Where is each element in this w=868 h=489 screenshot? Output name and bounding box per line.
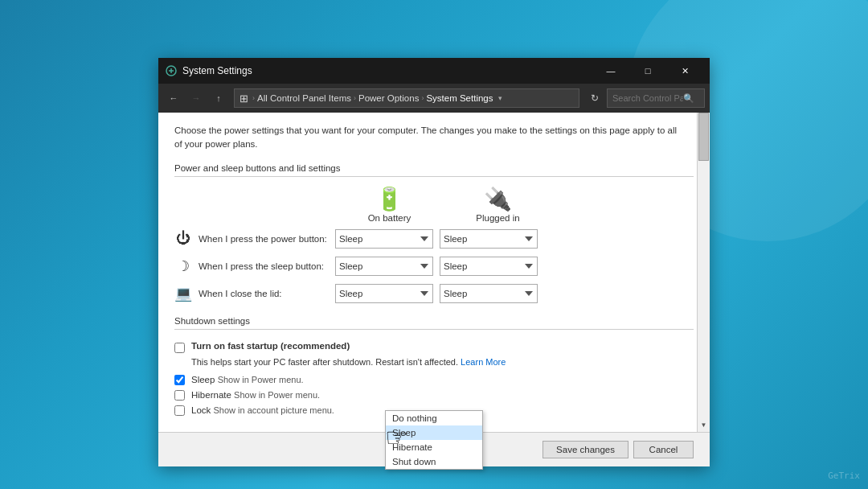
sleep-icon: ☽ — [174, 257, 192, 275]
hibernate-option-row: Hibernate Show in Power menu. — [174, 390, 694, 401]
save-changes-button[interactable]: Save changes — [542, 441, 628, 458]
forward-button[interactable]: → — [186, 88, 207, 109]
power-button-text: When I press the power button: — [199, 234, 327, 244]
fast-startup-desc: This helps start your PC faster after sh… — [191, 356, 694, 368]
minimize-button[interactable]: — — [592, 58, 629, 84]
power-button-row: ⏻ When I press the power button: Do noth… — [174, 229, 694, 249]
breadcrumb-dropdown-button[interactable]: ▾ — [496, 94, 505, 102]
shutdown-section: Shutdown settings Turn on fast startup (… — [174, 316, 694, 416]
sleep-option-checkbox[interactable] — [174, 375, 185, 385]
on-battery-column-header: 🔋 On battery — [335, 188, 444, 223]
content-area: Choose the power settings that you want … — [158, 113, 710, 432]
dropdown-item-2[interactable]: Hibernate — [386, 440, 482, 454]
learn-more-link[interactable]: Learn More — [461, 357, 506, 367]
sleep-option-row: Sleep Show in Power menu. — [174, 375, 694, 385]
refresh-button[interactable]: ↻ — [584, 88, 605, 109]
breadcrumb-item-0[interactable]: All Control Panel Items — [257, 93, 351, 103]
search-input[interactable] — [612, 93, 683, 103]
breadcrumb-arrow-2: › — [421, 94, 424, 102]
sleep-button-text: When I press the sleep button: — [199, 261, 324, 271]
lock-option-checkbox[interactable] — [174, 405, 185, 416]
hibernate-option-checkbox[interactable] — [174, 390, 185, 401]
power-button-dropdowns: Do nothing Sleep Hibernate Shut down Do … — [335, 229, 538, 249]
cancel-button[interactable]: Cancel — [633, 441, 694, 458]
titlebar-buttons: — □ ✕ — [592, 58, 703, 84]
dropdown-item-3[interactable]: Shut down — [386, 454, 482, 469]
power-icon: ⏻ — [174, 230, 192, 247]
scrollbar-thumb[interactable] — [698, 113, 709, 161]
addressbar: ← → ↑ ⊞ › All Control Panel Items › Powe… — [158, 84, 710, 113]
on-battery-label: On battery — [368, 213, 411, 223]
plugged-in-column-header: 🔌 Plugged in — [444, 188, 552, 223]
window-title: System Settings — [182, 65, 592, 76]
plugged-in-label: Plugged in — [476, 213, 519, 223]
breadcrumb-item-1[interactable]: Power Options — [358, 93, 419, 103]
dropdown-item-0[interactable]: Do nothing — [386, 411, 482, 425]
power-button-on-battery-select[interactable]: Do nothing Sleep Hibernate Shut down — [335, 229, 433, 249]
search-icon: 🔍 — [683, 93, 694, 104]
lid-icon: 💻 — [174, 285, 192, 302]
sleep-button-plugged-in-select[interactable]: Do nothing Sleep Hibernate Shut down — [440, 257, 538, 276]
system-settings-window: System Settings — □ ✕ ← → ↑ ⊞ › All Cont… — [158, 58, 710, 466]
power-button-plugged-in-select[interactable]: Do nothing Sleep Hibernate Shut down — [440, 229, 538, 249]
close-lid-label: 💻 When I close the lid: — [174, 285, 335, 302]
breadcrumb-root-icon: ⊞ — [240, 92, 248, 105]
sleep-button-on-battery-select[interactable]: Do nothing Sleep Hibernate Shut down — [335, 257, 433, 276]
close-lid-on-battery-select[interactable]: Do nothing Sleep Hibernate Shut down — [335, 284, 433, 303]
maximize-button[interactable]: □ — [629, 58, 666, 84]
hibernate-option-label: Hibernate Show in Power menu. — [191, 390, 320, 400]
content-description: Choose the power settings that you want … — [174, 124, 694, 152]
sleep-button-row: ☽ When I press the sleep button: Do noth… — [174, 257, 694, 276]
close-lid-dropdowns: Do nothing Sleep Hibernate Shut down Do … — [335, 284, 538, 303]
fast-startup-row: Turn on fast startup (recommended) — [174, 341, 694, 353]
search-box: 🔍 — [607, 88, 705, 108]
dropdown-item-1[interactable]: Sleep — [386, 425, 482, 440]
section1-header: Power and sleep buttons and lid settings — [174, 163, 694, 177]
sleep-option-label: Sleep Show in Power menu. — [191, 375, 304, 384]
fast-startup-checkbox[interactable] — [174, 343, 185, 353]
column-headers: 🔋 On battery 🔌 Plugged in — [174, 188, 694, 223]
fast-startup-label[interactable]: Turn on fast startup (recommended) — [191, 341, 350, 351]
sleep-button-label: ☽ When I press the sleep button: — [174, 257, 335, 275]
sleep-button-dropdowns: Do nothing Sleep Hibernate Shut down Do … — [335, 257, 538, 276]
back-button[interactable]: ← — [163, 88, 184, 109]
titlebar: System Settings — □ ✕ — [158, 58, 710, 84]
dropdown-popup: Do nothing Sleep Hibernate Shut down — [385, 410, 483, 470]
plug-icon: 🔌 — [484, 188, 512, 211]
up-button[interactable]: ↑ — [208, 88, 229, 109]
power-button-label: ⏻ When I press the power button: — [174, 230, 335, 247]
scroll-down-button[interactable]: ▼ — [698, 419, 710, 432]
section2-header: Shutdown settings — [174, 316, 694, 330]
close-button[interactable]: ✕ — [666, 58, 703, 84]
close-lid-text: When I close the lid: — [199, 289, 282, 298]
lock-option-label: Lock Show in account picture menu. — [191, 405, 334, 415]
breadcrumb-item-2[interactable]: System Settings — [426, 93, 493, 103]
close-lid-plugged-in-select[interactable]: Do nothing Sleep Hibernate Shut down — [440, 284, 538, 303]
close-lid-row: 💻 When I close the lid: Do nothing Sleep… — [174, 284, 694, 303]
scrollbar[interactable]: ▲ ▼ — [697, 113, 710, 432]
watermark: GeTrix — [828, 471, 860, 481]
window-icon — [165, 64, 178, 77]
breadcrumb: ⊞ › All Control Panel Items › Power Opti… — [234, 88, 579, 108]
battery-icon: 🔋 — [375, 188, 403, 211]
breadcrumb-arrow-0: › — [252, 94, 255, 102]
breadcrumb-arrow-1: › — [354, 94, 356, 102]
